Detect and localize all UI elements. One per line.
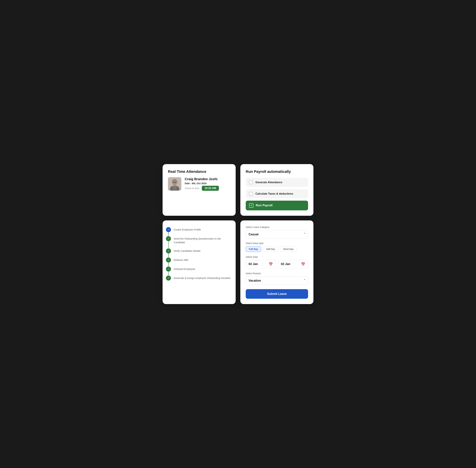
reason-label: Select Reason — [246, 272, 308, 275]
payroll-option-taxes[interactable]: Calculate Taxes & deductions — [246, 189, 308, 198]
checklist-item: ✓Release offer — [166, 255, 231, 264]
checklist-item: ✓Generate & Assign employee Onboarding c… — [166, 274, 231, 283]
leave-type-button[interactable]: Full Day — [246, 246, 261, 252]
attendance-checkbox[interactable] — [249, 180, 253, 184]
attendance-title: Real Time Attendance — [168, 169, 230, 174]
check-circle-icon: ✓ — [166, 236, 171, 241]
category-select[interactable]: CasualSickAnnual — [246, 230, 308, 238]
date-to-value: 02 Jan — [281, 262, 290, 266]
date-from-field[interactable]: 02 Jan 📅 — [246, 260, 276, 268]
taxes-option-label: Calculate Taxes & deductions — [255, 192, 293, 195]
date-label: Select Date — [246, 256, 308, 258]
check-circle-icon: ✓ — [166, 276, 171, 281]
checkin-time-badge: 10:52 AM — [202, 186, 219, 191]
checklist-items: ✓Create Employee Profile✓Send the Onboar… — [166, 225, 231, 283]
submit-leave-button[interactable]: Submit Leave — [246, 289, 308, 299]
svg-rect-8 — [173, 186, 177, 190]
profile-info: Craig Branden Joshi Date : 6th, Oct 2024… — [185, 177, 219, 191]
checklist-item: ✓Onboard Employee — [166, 264, 231, 274]
checklist-item-text: Create Employee Profile — [174, 227, 201, 232]
avatar — [168, 177, 181, 190]
attendance-option-label: Generate Attendance — [255, 181, 282, 184]
check-circle-icon: ✓ — [166, 227, 171, 232]
checklist-item-text: Onboard Employee — [174, 266, 195, 271]
checklist-item: ✓Send the Onboarding Questionnaire to th… — [166, 234, 231, 246]
date-fields: 02 Jan 📅 02 Jan 📅 — [246, 260, 308, 268]
checkin-label: Check-In time : — [185, 187, 201, 190]
date-to-field[interactable]: 02 Jan 📅 — [278, 260, 308, 268]
date-row: Date : 6th, Oct 2024 — [185, 182, 219, 185]
run-payroll-button[interactable]: ✓ Run Payroll — [246, 201, 308, 210]
checkin-row: Check-In time : 10:52 AM — [185, 186, 219, 191]
svg-point-5 — [173, 182, 174, 183]
checklist-item-text: Verify Candidate Details — [174, 249, 201, 253]
payroll-title: Run Payroll automatically — [246, 169, 308, 174]
calendar-from-icon: 📅 — [269, 262, 273, 266]
taxes-checkbox[interactable] — [249, 192, 253, 196]
run-payroll-check-icon: ✓ — [249, 203, 253, 208]
checklist-item-text: Release offer — [174, 257, 188, 262]
run-payroll-label: Run Payroll — [256, 204, 273, 207]
payroll-option-attendance[interactable]: Generate Attendance — [246, 178, 308, 187]
leave-type-buttons: Full DayHalf DayShort Day — [246, 246, 308, 252]
check-circle-icon: ✓ — [166, 257, 171, 263]
svg-point-6 — [175, 182, 176, 183]
date-value: 6th, Oct 2024 — [192, 182, 206, 185]
date-label: Date : — [185, 182, 191, 185]
checklist-item-text: Send the Onboarding Questionnaire to the… — [174, 236, 231, 244]
leave-type-button[interactable]: Half Day — [263, 246, 278, 252]
check-circle-icon: ✓ — [166, 249, 171, 253]
leave-type-button[interactable]: Short Day — [280, 246, 297, 252]
attendance-card: Real Time Attendance Craig Branden Jos — [163, 164, 236, 216]
attendance-profile: Craig Branden Joshi Date : 6th, Oct 2024… — [168, 177, 230, 191]
calendar-to-icon: 📅 — [301, 262, 305, 266]
submit-leave-label: Submit Leave — [267, 292, 287, 295]
category-label: Select Leave Category — [246, 226, 308, 228]
main-grid: Real Time Attendance Craig Branden Jos — [163, 164, 313, 304]
type-label: Select leave type — [246, 242, 308, 245]
checklist-item: ✓Verify Candidate Details — [166, 246, 231, 255]
check-circle-icon: ✓ — [166, 266, 171, 272]
reason-select[interactable]: VacationPersonalMedical — [246, 277, 308, 285]
category-select-wrapper: CasualSickAnnual ˅ — [246, 230, 308, 238]
checklist-card: ✓Create Employee Profile✓Send the Onboar… — [163, 220, 236, 304]
payroll-card: Run Payroll automatically Generate Atten… — [240, 164, 313, 216]
checklist-item: ✓Create Employee Profile — [166, 225, 231, 234]
employee-name: Craig Branden Joshi — [185, 177, 219, 181]
reason-select-wrapper: VacationPersonalMedical ˅ — [246, 277, 308, 285]
leave-card: Select Leave Category CasualSickAnnual ˅… — [240, 220, 313, 304]
checklist-item-text: Generate & Assign employee Onboarding ch… — [174, 276, 231, 280]
date-from-value: 02 Jan — [248, 262, 258, 266]
